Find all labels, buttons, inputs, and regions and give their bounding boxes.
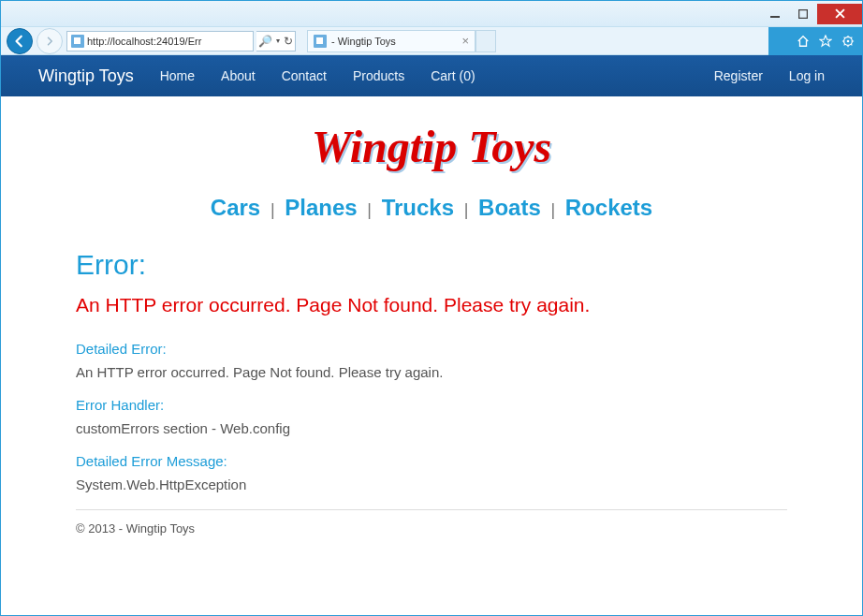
site-logo: Wingtip Toys <box>76 121 787 172</box>
nav-about[interactable]: About <box>221 68 256 83</box>
category-separator: | <box>363 200 375 219</box>
error-message: An HTTP error occurred. Page Not found. … <box>76 294 787 316</box>
category-separator: | <box>461 200 473 219</box>
search-icon[interactable]: 🔎 <box>258 35 272 48</box>
category-rockets[interactable]: Rockets <box>565 195 652 220</box>
footer-divider <box>76 509 787 510</box>
window-titlebar <box>1 1 862 27</box>
category-trucks[interactable]: Trucks <box>382 195 454 220</box>
address-controls: 🔎 ▾ ↻ <box>256 31 296 51</box>
nav-cart[interactable]: Cart (0) <box>431 68 475 83</box>
detailed-message-text: System.Web.HttpException <box>76 477 787 492</box>
browser-tab[interactable]: - Wingtip Toys × <box>307 30 475 52</box>
refresh-icon[interactable]: ↻ <box>284 35 293 48</box>
page-content: Wingtip Toys Cars | Planes | Trucks | Bo… <box>76 96 787 554</box>
category-separator: | <box>547 200 559 219</box>
address-text: http://localhost:24019/Err <box>87 36 249 47</box>
svg-rect-0 <box>770 16 780 18</box>
browser-right-controls <box>768 27 862 55</box>
page-icon <box>71 35 84 48</box>
site-navbar: Wingtip Toys Home About Contact Products… <box>1 55 862 96</box>
category-cars[interactable]: Cars <box>211 195 260 220</box>
home-icon[interactable] <box>797 35 810 48</box>
svg-rect-1 <box>799 9 808 18</box>
detailed-error-text: An HTTP error occurred. Page Not found. … <box>76 364 787 380</box>
page-viewport: Wingtip Toys Home About Contact Products… <box>1 55 862 615</box>
error-heading: Error: <box>76 249 787 281</box>
window-maximize-button[interactable] <box>789 4 817 24</box>
tab-page-icon <box>314 35 327 48</box>
nav-products[interactable]: Products <box>353 68 404 83</box>
nav-contact[interactable]: Contact <box>282 68 327 83</box>
dropdown-icon[interactable]: ▾ <box>276 37 280 45</box>
brand[interactable]: Wingtip Toys <box>38 66 134 86</box>
browser-window: http://localhost:24019/Err 🔎 ▾ ↻ - Wingt… <box>0 0 863 616</box>
error-handler-label: Error Handler: <box>76 397 787 413</box>
tab-title: - Wingtip Toys <box>331 36 396 47</box>
detailed-error-label: Detailed Error: <box>76 341 787 357</box>
address-bar[interactable]: http://localhost:24019/Err <box>66 31 254 51</box>
nav-login[interactable]: Log in <box>789 68 825 83</box>
category-planes[interactable]: Planes <box>285 195 357 220</box>
category-boats[interactable]: Boats <box>478 195 541 220</box>
error-handler-text: customErrors section - Web.config <box>76 420 787 436</box>
tools-icon[interactable] <box>841 35 855 48</box>
nav-home[interactable]: Home <box>160 68 195 83</box>
nav-register[interactable]: Register <box>714 68 763 83</box>
back-button[interactable] <box>7 28 33 54</box>
detailed-message-label: Detailed Error Message: <box>76 453 787 469</box>
svg-point-3 <box>847 40 850 43</box>
browser-toolbar: http://localhost:24019/Err 🔎 ▾ ↻ - Wingt… <box>1 27 862 55</box>
window-minimize-button[interactable] <box>761 4 789 24</box>
window-close-button[interactable] <box>817 4 862 24</box>
category-nav: Cars | Planes | Trucks | Boats | Rockets <box>76 195 787 221</box>
new-tab-button[interactable] <box>475 30 496 52</box>
favorites-icon[interactable] <box>819 35 832 48</box>
category-separator: | <box>267 200 279 219</box>
tab-close-icon[interactable]: × <box>461 34 469 48</box>
footer-text: © 2013 - Wingtip Toys <box>76 521 787 535</box>
forward-button[interactable] <box>37 28 63 54</box>
